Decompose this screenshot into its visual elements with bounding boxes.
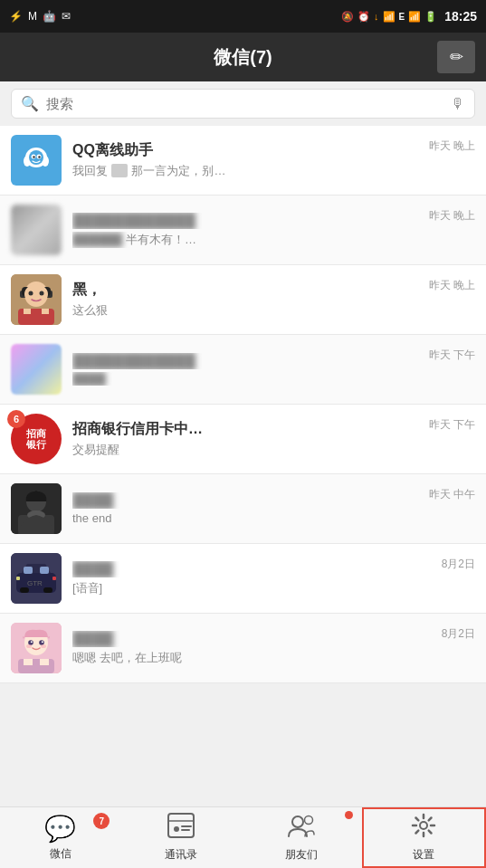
avatar-wrap-7: GTR	[11, 553, 62, 604]
svg-point-33	[28, 640, 33, 645]
chat-preview-2: ██████ 半有木有！…	[72, 232, 418, 248]
status-left-icons: ⚡ M 🤖 ✉	[9, 10, 71, 23]
nav-label-weixin: 微信	[50, 846, 71, 862]
chat-preview-4: ████	[72, 372, 418, 386]
chat-name-3: 黑，	[72, 281, 418, 300]
chat-item-bank[interactable]: 6 招商银行 招商银行信用卡中… 交易提醒 昨天 下午	[0, 405, 486, 474]
svg-point-48	[305, 816, 313, 825]
avatar-wrap-2	[11, 205, 62, 255]
svg-rect-41	[40, 659, 49, 665]
chat-preview-bank: 交易提醒	[72, 442, 418, 458]
unread-badge: 6	[7, 410, 25, 428]
chat-item-8[interactable]: ████ 嗯嗯 去吧，在上班呢 8月2日	[0, 614, 486, 683]
avatar-3	[11, 274, 62, 325]
avatar-wrap-3	[11, 274, 62, 325]
chat-preview-6: the end	[72, 511, 418, 525]
chat-content-2: ████████████ ██████ 半有木有！…	[72, 213, 418, 248]
friends-dot	[345, 811, 353, 819]
battery-icon: 🔋	[424, 11, 437, 23]
nav-label-settings: 设置	[413, 847, 434, 863]
svg-point-44	[174, 826, 179, 832]
svg-rect-40	[24, 659, 33, 665]
svg-rect-17	[42, 309, 49, 314]
edit-button[interactable]: ✏	[437, 41, 475, 73]
settings-icon	[411, 813, 436, 844]
alarm-icon: ⏰	[357, 11, 370, 23]
chat-item-6[interactable]: ████ the end 昨天 中午	[0, 474, 486, 544]
chat-time-4: 昨天 下午	[429, 344, 475, 363]
chat-item-3[interactable]: 黑， 这么狠 昨天 晚上	[0, 265, 486, 335]
nav-label-contacts: 通讯录	[165, 847, 197, 863]
usb-icon: ⚡	[9, 10, 23, 23]
mute-icon: 🔕	[341, 11, 354, 23]
chat-name-bank: 招商银行信用卡中…	[72, 420, 418, 439]
friends-icon	[287, 813, 316, 844]
chat-preview-8: 嗯嗯 去吧，在上班呢	[72, 650, 431, 666]
nav-item-friends[interactable]: 朋友们	[242, 807, 362, 868]
chat-name-2: ████████████	[72, 213, 418, 229]
page-title: 微信(7)	[214, 45, 272, 70]
status-bar: ⚡ M 🤖 ✉ 🔕 ⏰ ↓ 📶 E 📶 🔋 18:25	[0, 0, 486, 33]
avatar-wrap-6	[11, 483, 62, 534]
chat-name-8: ████	[72, 631, 431, 647]
chat-content-7: ████ [语音]	[72, 561, 431, 596]
avatar-6	[11, 483, 62, 534]
search-input[interactable]	[46, 96, 443, 111]
chat-time-2: 昨天 晚上	[429, 205, 475, 224]
chat-content-3: 黑， 这么狠	[72, 281, 418, 319]
signal-icon: 📶	[408, 11, 421, 23]
svg-point-6	[33, 156, 34, 157]
svg-point-14	[40, 291, 44, 296]
chat-item-7[interactable]: GTR ████ [语音] 8月2日	[0, 544, 486, 614]
chat-content-4: ████████████ ████	[72, 353, 418, 386]
download-icon: ↓	[374, 11, 379, 22]
bottom-nav: 💬 微信 7 通讯录 朋友们	[0, 806, 486, 868]
svg-text:GTR: GTR	[27, 579, 43, 587]
svg-rect-29	[52, 577, 56, 580]
chat-content-6: ████ the end	[72, 492, 418, 525]
chat-time-7: 8月2日	[442, 553, 475, 572]
nav-item-weixin[interactable]: 💬 微信 7	[0, 807, 120, 868]
chat-time-bank: 昨天 下午	[429, 414, 475, 433]
chat-content: QQ离线助手 我回复██那一言为定，别…	[72, 141, 418, 179]
status-right-icons: 🔕 ⏰ ↓ 📶 E 📶 🔋 18:25	[341, 9, 477, 24]
microphone-icon[interactable]: 🎙	[451, 96, 465, 112]
nav-item-contacts[interactable]: 通讯录	[120, 807, 241, 868]
chat-preview: 我回复██那一言为定，别…	[72, 163, 418, 179]
chat-time-3: 昨天 晚上	[429, 274, 475, 293]
search-icon: 🔍	[21, 95, 39, 112]
chat-name-4: ████████████	[72, 353, 418, 369]
chat-name-6: ████	[72, 492, 418, 509]
m-icon: M	[28, 10, 37, 23]
nav-item-settings[interactable]: 设置	[362, 807, 486, 868]
svg-point-36	[42, 641, 43, 643]
e-signal: E	[399, 12, 405, 22]
weixin-icon: 💬	[44, 814, 76, 844]
svg-point-34	[39, 640, 44, 645]
mail-icon: ✉	[62, 10, 71, 23]
search-input-wrap[interactable]: 🔍 🎙	[11, 89, 475, 119]
svg-rect-26	[24, 567, 33, 574]
avatar-wrap-bank: 6 招商银行	[11, 414, 62, 464]
svg-point-37	[26, 644, 32, 648]
chat-item-4[interactable]: ████████████ ████ 昨天 下午	[0, 335, 486, 405]
chat-list: QQ离线助手 我回复██那一言为定，别… 昨天 晚上 ████████████ …	[0, 126, 486, 804]
chat-preview-3: 这么狠	[72, 302, 418, 319]
svg-point-49	[420, 822, 427, 829]
svg-point-47	[292, 816, 303, 827]
chat-time: 昨天 晚上	[429, 135, 475, 154]
avatar-4	[11, 344, 62, 395]
chat-content-8: ████ 嗯嗯 去吧，在上班呢	[72, 631, 431, 666]
svg-point-38	[41, 644, 46, 648]
svg-rect-25	[43, 587, 52, 593]
avatar-wrap-8	[11, 623, 62, 673]
contacts-icon	[167, 813, 195, 844]
chat-item-2[interactable]: ████████████ ██████ 半有木有！… 昨天 晚上	[0, 196, 486, 265]
svg-rect-27	[40, 567, 49, 574]
chat-content-bank: 招商银行信用卡中… 交易提醒	[72, 420, 418, 458]
chat-item-qq-offline[interactable]: QQ离线助手 我回复██那一言为定，别… 昨天 晚上	[0, 126, 486, 196]
wifi-icon: 📶	[383, 11, 395, 23]
svg-point-7	[38, 156, 40, 157]
chat-time-8: 8月2日	[442, 623, 475, 642]
edit-icon: ✏	[450, 47, 463, 67]
